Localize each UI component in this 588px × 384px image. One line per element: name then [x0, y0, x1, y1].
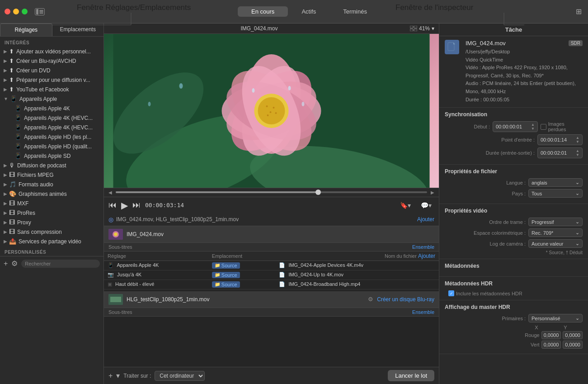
add-item-button[interactable]: + [4, 260, 8, 268]
pays-select[interactable]: Tous ⌄ [528, 189, 583, 198]
stepper-arrows[interactable]: ▲▼ [576, 149, 579, 157]
go-to-start-button[interactable]: ⏮ [108, 200, 117, 210]
scrubber[interactable] [116, 191, 427, 193]
checkbox[interactable] [541, 124, 546, 130]
sidebar-item-bluray[interactable]: ▶ ⬆ Créer un Blu-ray/AVCHD [0, 56, 103, 66]
sidebar-toggle-button[interactable] [35, 8, 45, 15]
langue-select[interactable]: anglais ⌄ [528, 178, 583, 187]
expand-arrow: ▶ [4, 229, 7, 234]
sidebar-item-label: Appareils Apple 4K [24, 105, 70, 112]
sidebar-item-apple4k-hevc1[interactable]: 📱 Appareils Apple 4K (HEVC... [0, 113, 103, 123]
options-button[interactable]: ⚙ [11, 259, 18, 268]
add-batch-button[interactable]: Ajouter [417, 216, 434, 223]
sidebar-item-prores[interactable]: ▶ 🎞 ProRes [0, 208, 103, 218]
inclure-hdr-label: Inclure les métadonnées HDR [456, 291, 522, 296]
expand-arrow: ▶ [4, 191, 7, 196]
sidebar-item-label: Appareils Apple 4K (HEVC... [24, 124, 93, 131]
proprietes-fichier-section: Propriétés de fichier Langue : anglais ⌄… [439, 165, 588, 204]
svg-point-19 [148, 102, 151, 106]
file-name-2: HLG_testClip_1080p25_1min.mov [127, 296, 364, 303]
expand-arrow: ▶ [4, 49, 7, 54]
tab-termines[interactable]: Terminés [329, 6, 381, 17]
tab-en-cours[interactable]: En cours [238, 6, 288, 17]
sidebar-item-podcast[interactable]: ▶ 🎙 Diffusion de podcast [0, 161, 103, 170]
sidebar-tab-emplacements[interactable]: Emplacements [52, 24, 104, 36]
folder-icon: 📁 [215, 263, 220, 268]
sidebar-item-youtube[interactable]: ▶ ⬆ YouTube et Facebook [0, 85, 103, 94]
primaires-select[interactable]: Personnalisé ⌄ [528, 314, 583, 322]
play-button[interactable]: ▶ [121, 200, 128, 211]
sidebar-item-mxf[interactable]: ▶ 🎞 MXF [0, 199, 103, 208]
proxy-icon: 🎞 [9, 219, 15, 226]
ordre-trame-select[interactable]: Progressif ⌄ [528, 218, 583, 226]
bookmark-button[interactable]: 🔖▾ [397, 201, 414, 210]
sidebar-item-applesd[interactable]: 📱 Appareils Apple SD [0, 151, 103, 161]
sidebar-item-mpeg[interactable]: ▶ 🎞 Fichiers MPEG [0, 170, 103, 180]
expand-arrow-open: ▼ [4, 96, 8, 101]
svg-point-29 [258, 97, 285, 124]
tab-actifs[interactable]: Actifs [288, 6, 329, 17]
chevron-down-icon: ⌄ [575, 230, 579, 236]
sidebar-item-label: YouTube et Facebook [16, 86, 69, 93]
sidebar-item-partage[interactable]: ▶ 📤 Services de partage vidéo [0, 237, 103, 246]
svg-rect-7 [39, 10, 43, 11]
sidebar-item-audio[interactable]: ▶ 🎵 Formats audio [0, 180, 103, 189]
fullscreen-button[interactable] [22, 9, 28, 14]
rouge-y-value[interactable]: 0,0000 [563, 331, 583, 339]
log-camera-select[interactable]: Aucune valeur ⌄ [528, 239, 583, 248]
camera-icon: 📷 [108, 272, 114, 277]
sidebar-item-applehd1[interactable]: 📱 Appareils Apple HD (les pl... [0, 132, 103, 142]
center-area: IMG_0424.mov 41% ▾ [104, 24, 439, 384]
espace-colo-select[interactable]: Rec. 709* ⌄ [528, 228, 583, 237]
ensemble-button-1[interactable]: Ensemble [412, 244, 434, 250]
launch-button[interactable]: Lancer le lot [388, 370, 434, 381]
point-entree-value[interactable]: 00:00:01:14 ▲▼ [537, 134, 583, 145]
rouge-x-value[interactable]: 0,0000 [541, 331, 561, 339]
duree-value[interactable]: 00:00:02:01 ▲▼ [537, 147, 583, 158]
sidebar-item-diffusion[interactable]: ▶ ⬆ Préparer pour une diffusion v... [0, 75, 103, 85]
sidebar-item-ajouter[interactable]: ▶ ⬆ Ajouter aux vidéos personnel... [0, 47, 103, 56]
dvd-icon: ⬆ [9, 67, 14, 74]
add-file-button[interactable]: + [108, 372, 113, 380]
process-select[interactable]: Cet ordinateur [155, 371, 205, 381]
svg-rect-9 [39, 13, 43, 14]
share-caption-button[interactable]: 💬▾ [418, 201, 434, 210]
sidebar-tab-reglages[interactable]: Réglages [0, 24, 52, 36]
vert-y-value[interactable]: 0,0000 [563, 341, 583, 349]
sidebar-item-apple4k-hevc2[interactable]: 📱 Appareils Apple 4K (HEVC... [0, 123, 103, 132]
create-bluray-button[interactable]: Créer un disque Blu-ray [377, 296, 434, 303]
sidebar-item-graphismes[interactable]: ▶ 🎨 Graphismes animés [0, 189, 103, 199]
expand-arrow: ▶ [4, 172, 7, 177]
emplacement-cell: 📁Source [208, 280, 276, 289]
sidebar-item-label: Appareils Apple HD (qualit... [24, 143, 92, 150]
timeline-bar[interactable]: ◀ ▶ [104, 188, 439, 197]
close-button[interactable] [5, 9, 10, 14]
batch-options-button[interactable]: ▾ [116, 371, 120, 380]
inspector-filename: IMG_0424.mov [466, 40, 506, 47]
sidebar-item-apple4k[interactable]: 📱 Appareils Apple 4K [0, 104, 103, 113]
debut-value[interactable]: 00:00:00:01 ▲▼ [493, 121, 538, 132]
svg-point-30 [266, 105, 268, 107]
vert-x-value[interactable]: 0,0000 [541, 341, 561, 349]
ensemble-button-2[interactable]: Ensemble [412, 309, 434, 315]
stepper-arrows[interactable]: ▲▼ [531, 123, 535, 131]
sidebar-item-applehd2[interactable]: 📱 Appareils Apple HD (qualit... [0, 142, 103, 151]
settings-icon[interactable]: ⊞ [574, 7, 583, 17]
sidebar-item-sans-compression[interactable]: ▶ 🎞 Sans compression [0, 227, 103, 237]
zoom-control[interactable]: 41% ▾ [410, 25, 434, 32]
sidebar-item-label: Graphismes animés [19, 191, 67, 197]
search-input[interactable] [21, 260, 100, 268]
chevron-down-icon: ⌄ [575, 190, 579, 196]
sidebar-item-apple-devices[interactable]: ▼ 📱 Appareils Apple [0, 94, 103, 104]
minimize-button[interactable] [13, 9, 19, 14]
sidebar-item-dvd[interactable]: ▶ ⬆ Créer un DVD [0, 66, 103, 75]
sidebar-item-proxy[interactable]: ▶ 🎞 Proxy [0, 218, 103, 227]
go-to-end-button[interactable]: ⏭ [132, 200, 141, 210]
folder-icon: 📁 [215, 282, 220, 287]
device-icon: 📱 [14, 133, 22, 140]
langue-label: Langue : [480, 180, 526, 185]
hdr-checkbox[interactable]: ✓ [448, 290, 454, 296]
stepper-arrows[interactable]: ▲▼ [576, 136, 579, 144]
add-output-button[interactable]: Ajouter [418, 253, 435, 259]
timeline-start-icon: ◀ [108, 190, 112, 195]
